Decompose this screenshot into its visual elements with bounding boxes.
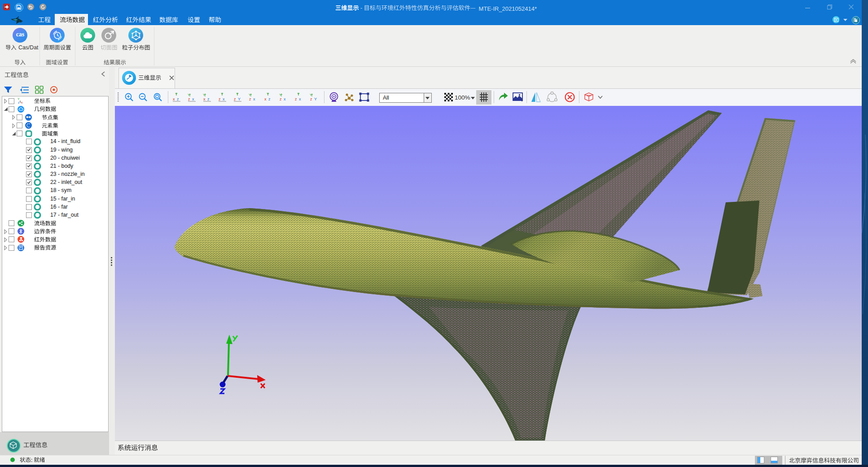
svg-text:z: z <box>207 97 210 101</box>
svg-text:z: z <box>234 97 236 101</box>
svg-text:x: x <box>192 97 194 101</box>
svg-text:x: x <box>284 97 286 101</box>
svg-text:z: z <box>280 97 282 101</box>
svg-text:x: x <box>299 97 301 101</box>
svg-text:z: z <box>188 97 190 101</box>
svg-text:z: z <box>310 97 312 101</box>
svg-text:Y: Y <box>18 97 20 100</box>
svg-text:x: x <box>264 97 267 101</box>
svg-text:Y: Y <box>238 97 241 101</box>
svg-text:Y: Y <box>314 97 317 101</box>
svg-text:x: x <box>203 97 206 101</box>
svg-text:x: x <box>21 101 23 104</box>
svg-text:z: z <box>177 97 179 101</box>
svg-text:z: z <box>249 97 251 101</box>
svg-text:z: z <box>295 97 297 101</box>
svg-text:z: z <box>219 97 221 101</box>
svg-text:x: x <box>173 97 175 101</box>
svg-text:z: z <box>268 97 271 101</box>
svg-text:z: z <box>18 101 20 104</box>
svg-text:x: x <box>253 97 255 101</box>
svg-text:x: x <box>223 97 225 101</box>
